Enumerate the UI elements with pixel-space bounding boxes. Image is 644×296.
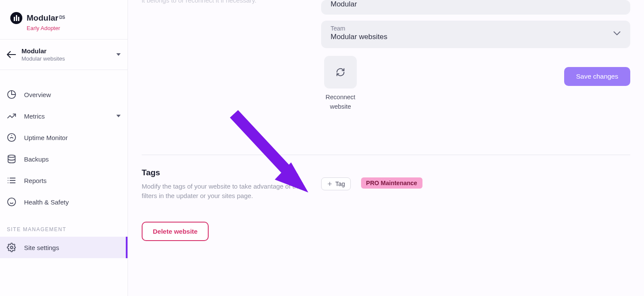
logo-suffix: DS: [59, 15, 65, 20]
nav-label: Reports: [24, 177, 121, 184]
main-content: it belongs to or reconnect it if necessa…: [128, 0, 644, 296]
site-subtitle: Modular websites: [21, 55, 111, 62]
add-tag-button[interactable]: Tag: [321, 177, 351, 190]
nav-health-safety[interactable]: Health & Safety: [0, 191, 128, 213]
refresh-icon: [336, 67, 345, 77]
svg-point-1: [8, 155, 15, 158]
nav-label: Overview: [24, 91, 121, 98]
team-dropdown[interactable]: Team Modular websites: [321, 21, 630, 48]
gauge-icon: [7, 133, 16, 142]
smile-icon: [7, 197, 16, 207]
sidebar: ModularDS Early Adopter Modular Modular …: [0, 0, 128, 296]
tags-section: Tags Modify the tags of your website to …: [142, 168, 630, 201]
nav-label: Site settings: [24, 244, 119, 251]
reconnect-button[interactable]: [324, 56, 357, 88]
caret-down-icon[interactable]: [116, 115, 121, 117]
nav-metrics[interactable]: Metrics: [0, 105, 128, 127]
caret-down-icon[interactable]: [116, 53, 121, 56]
reconnect-label: Reconnect website: [321, 93, 360, 112]
client-value: Modular: [331, 0, 621, 9]
team-value: Modular websites: [331, 33, 387, 41]
list-icon: [7, 176, 16, 185]
delete-website-button[interactable]: Delete website: [142, 222, 209, 241]
svg-point-11: [10, 246, 13, 249]
svg-point-8: [8, 198, 15, 206]
section-description: it belongs to or reconnect it if necessa…: [142, 0, 304, 4]
site-name: Modular: [21, 47, 111, 55]
client-field[interactable]: Modular: [321, 0, 630, 15]
nav-label: Health & Safety: [24, 198, 121, 206]
trending-icon: [7, 111, 16, 121]
section-header: SITE MANAGEMENT: [0, 217, 128, 237]
database-icon: [7, 154, 16, 164]
tags-description: Modify the tags of your website to take …: [142, 182, 304, 201]
divider: [142, 155, 630, 155]
gear-icon: [7, 243, 16, 252]
logo-text: Modular: [27, 13, 58, 22]
site-info: Modular Modular websites: [21, 47, 111, 62]
reconnect-box: Reconnect website: [321, 56, 360, 112]
add-tag-label: Tag: [335, 180, 345, 187]
logo-section: ModularDS Early Adopter: [0, 0, 128, 40]
plus-icon: [327, 181, 333, 187]
nav-overview[interactable]: Overview: [0, 84, 128, 105]
site-selector[interactable]: Modular Modular websites: [0, 40, 128, 70]
tag-chip[interactable]: PRO Maintenance: [361, 177, 422, 189]
chevron-down-icon: [613, 31, 621, 36]
early-adopter-badge: Early Adopter: [27, 25, 117, 31]
pie-chart-icon: [7, 90, 16, 99]
tags-title: Tags: [142, 168, 304, 177]
nav-label: Backups: [24, 156, 121, 163]
nav-uptime[interactable]: Uptime Monitor: [0, 127, 128, 148]
logo[interactable]: ModularDS: [10, 12, 117, 24]
nav-label: Uptime Monitor: [24, 134, 121, 141]
logo-icon: [10, 12, 22, 24]
team-label: Team: [331, 25, 387, 32]
nav-section: Overview Metrics Uptime Monitor: [0, 70, 128, 217]
nav-reports[interactable]: Reports: [0, 170, 128, 191]
nav-site-settings[interactable]: Site settings: [0, 237, 128, 258]
save-changes-button[interactable]: Save changes: [564, 67, 630, 86]
nav-label: Metrics: [24, 113, 109, 120]
back-arrow-icon[interactable]: [6, 49, 16, 60]
nav-backups[interactable]: Backups: [0, 148, 128, 170]
